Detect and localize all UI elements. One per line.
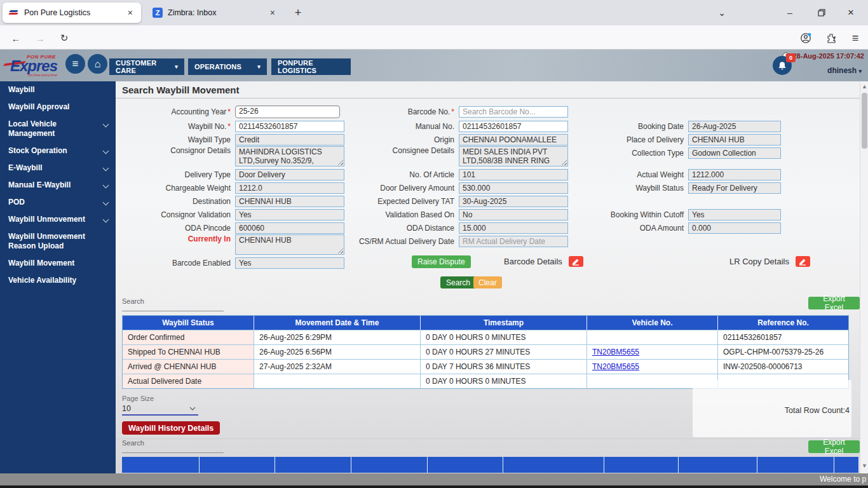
sidebar-item-waybill-unmovement[interactable]: Waybill Unmovement	[0, 211, 116, 228]
vehicle-no-link[interactable]: TN20BM5655	[592, 348, 639, 356]
vertical-scrollbar[interactable]: ▲ ▼	[860, 81, 868, 473]
caret-down-icon: ▾	[858, 68, 862, 74]
delivery-type-field: Door Delivery	[235, 169, 344, 180]
history-table-header	[122, 457, 859, 473]
account-icon[interactable]	[797, 30, 814, 46]
chevron-down-icon	[103, 148, 109, 154]
actual-weight-field: 1212.000	[688, 169, 781, 180]
sidebar-item-waybill-approval[interactable]: Waybill Approval	[0, 98, 116, 116]
movement-export-excel-button[interactable]: Export Excel	[808, 297, 860, 309]
notifications-button[interactable]: 0	[773, 56, 792, 75]
scrollbar-thumb[interactable]	[862, 93, 867, 149]
lr-copy-details-edit-button[interactable]	[796, 256, 810, 267]
tab-title: Pon Pure Logistics	[24, 8, 121, 17]
chevron-down-icon	[189, 407, 196, 410]
movement-table-search-input[interactable]: Search	[122, 297, 224, 311]
nav-customer-care[interactable]: CUSTOMER CARE ▾	[109, 58, 184, 75]
history-export-excel-button[interactable]: Export Excel	[808, 440, 860, 453]
search-label: Search	[122, 439, 224, 447]
extensions-puzzle-icon[interactable]	[823, 30, 839, 46]
nav-ponpure-logistics[interactable]: PONPURE LOGISTICS	[271, 58, 351, 75]
clear-button[interactable]: Clear	[473, 276, 502, 288]
waybill-no-input[interactable]	[235, 121, 344, 132]
nav-label: PONPURE LOGISTICS	[278, 59, 344, 74]
table-row: Arrived @ CHENNAI HUB 27-Aug-2025 2:32AM…	[123, 359, 848, 374]
field-label: Validation Based On	[353, 210, 459, 219]
ponpure-favicon-icon	[9, 9, 19, 17]
booking-date-field: 26-Aug-2025	[688, 121, 781, 132]
chargeable-weight-field: 1212.0	[235, 182, 344, 194]
vehicle-no-link[interactable]: TN20BM5655	[592, 362, 639, 371]
field-label: Waybill Type	[122, 135, 235, 144]
field-label: Barcode No.*	[353, 107, 459, 116]
tab-pon-pure-logistics[interactable]: Pon Pure Logistics ×	[3, 3, 141, 23]
total-row-count: Total Row Count:4	[700, 406, 850, 415]
field-label: Barcode Enabled	[122, 259, 235, 268]
home-button[interactable]: ⌂	[88, 54, 107, 74]
chevron-down-icon	[103, 200, 109, 206]
sidebar-item-waybill-movement[interactable]: Waybill Movement	[0, 255, 116, 272]
datetime-text: 28-Aug-2025 17:07:42	[792, 52, 864, 60]
collection-type-field: Godown Collection	[688, 147, 781, 159]
sidebar-item-waybill[interactable]: Waybill	[0, 81, 116, 98]
lr-copy-details-group: LR Copy Details	[729, 256, 810, 267]
bottom-strip	[0, 485, 868, 488]
field-label: Manual No.	[353, 122, 459, 131]
tab-close-icon[interactable]: ×	[126, 8, 135, 18]
reload-button[interactable]: ↻	[56, 30, 72, 46]
chevron-down-icon	[103, 217, 109, 223]
tab-close-icon[interactable]: ×	[268, 8, 277, 18]
form-column-middle: Barcode No.* Manual No. OriginCHENNAI PO…	[353, 104, 572, 248]
back-button[interactable]: ←	[8, 30, 24, 46]
barcode-details-edit-button[interactable]	[569, 256, 583, 267]
col-reference-no: Reference No.	[718, 316, 848, 330]
scroll-down-icon[interactable]: ▼	[860, 463, 868, 469]
door-delivery-amount-field: 530.000	[459, 182, 568, 194]
app-menu-button[interactable]: ≡	[65, 54, 85, 74]
expected-delivery-tat-field: 30-Aug-2025	[459, 196, 568, 207]
sidebar-item-manual-e-waybill[interactable]: Manual E-Waybill	[0, 177, 116, 194]
page-size-select[interactable]: Page Size 10	[122, 395, 198, 416]
scroll-up-icon[interactable]: ▲	[860, 83, 868, 90]
field-label: Destination	[122, 197, 235, 206]
sidebar-item-stock-operation[interactable]: Stock Operation	[0, 142, 116, 159]
forward-button[interactable]: →	[32, 30, 48, 46]
manual-no-input[interactable]	[459, 121, 568, 132]
movement-table: Waybill Status Movement Date & Time Time…	[122, 315, 849, 389]
barcode-no-input[interactable]	[459, 106, 568, 118]
browser-menu-icon[interactable]: ≡	[847, 30, 864, 46]
ponpure-expres-logo: PON PURE Expres On time every time	[5, 53, 69, 79]
new-tab-button[interactable]: +	[290, 5, 306, 22]
user-menu[interactable]: dhinesh ▾	[827, 66, 862, 75]
sidebar-item-local-vehicle-management[interactable]: Local Vehicle Management	[0, 116, 116, 142]
window-close-button[interactable]: ×	[836, 0, 865, 25]
sidebar-item-e-waybill[interactable]: E-Waybill	[0, 159, 116, 177]
consignor-validation-field: Yes	[235, 209, 344, 220]
sidebar-item-pod[interactable]: POD	[0, 194, 116, 211]
browser-toolbar: ← → ↻ anchor.ponpurelogistics.com/index.…	[0, 25, 868, 50]
window-restore-button[interactable]	[807, 0, 836, 25]
currently-in-field: CHENNAI HUB	[235, 234, 344, 255]
history-table-search-input[interactable]: Search	[122, 439, 224, 453]
field-label: Accounting Year*	[122, 107, 235, 116]
accounting-year-select[interactable]: 25-26	[235, 105, 340, 118]
tab-list-caret-icon[interactable]: ⌄	[707, 0, 736, 25]
tab-zimbra-inbox[interactable]: Z Zimbra: Inbox ×	[146, 3, 283, 23]
waybill-history-details-button[interactable]: Waybill History Details	[122, 421, 220, 435]
search-button[interactable]: Search	[440, 276, 476, 288]
field-label: Waybill No.*	[122, 122, 235, 131]
sidebar-item-vehicle-availability[interactable]: Vehicle Availability	[0, 272, 116, 289]
col-movement-date-time: Movement Date & Time	[254, 316, 421, 330]
zimbra-favicon-icon: Z	[153, 8, 163, 18]
window-minimize-button[interactable]: –	[775, 0, 804, 25]
field-label: Origin	[353, 135, 459, 144]
nav-operations[interactable]: OPERATIONS ▾	[188, 58, 267, 75]
rm-actual-delivery-date-field: RM Actual Delivery Date	[459, 236, 568, 247]
browser-tab-bar: Pon Pure Logistics × Z Zimbra: Inbox × +…	[0, 0, 868, 25]
sidebar-item-waybill-unmovement-reason-upload[interactable]: Waybill Unmovement Reason Upload	[0, 228, 116, 255]
field-label: Door Delivery Amount	[353, 184, 459, 193]
field-label: Consignor Details	[122, 146, 235, 155]
raise-dispute-button[interactable]: Raise Dispute	[412, 255, 471, 268]
field-label: Chargeable Weight	[122, 184, 235, 193]
nav-label: OPERATIONS	[194, 63, 241, 71]
